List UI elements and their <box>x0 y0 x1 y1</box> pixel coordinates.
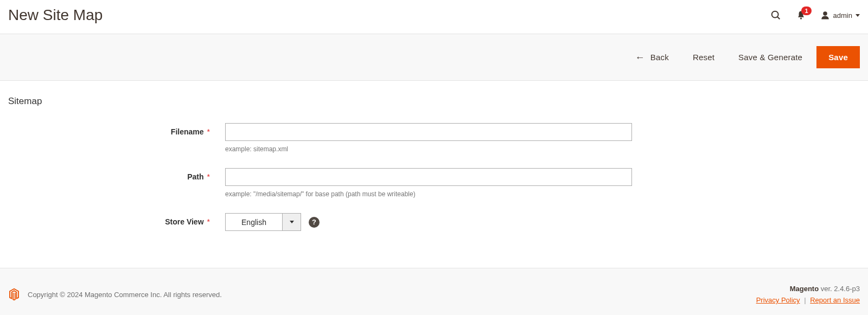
store-view-select[interactable]: English <box>225 213 301 231</box>
svg-point-3 <box>823 11 827 16</box>
footer: Copyright © 2024 Magento Commerce Inc. A… <box>0 268 868 315</box>
user-name: admin <box>833 11 852 20</box>
store-view-label: Store View* <box>8 213 225 226</box>
arrow-left-icon: ← <box>635 53 645 62</box>
page-header: New Site Map 1 <box>0 0 868 34</box>
user-menu[interactable]: admin <box>820 10 860 20</box>
back-button[interactable]: ← Back <box>626 47 679 68</box>
path-label: Path* <box>8 168 225 181</box>
search-icon[interactable] <box>770 9 782 21</box>
required-mark: * <box>207 172 210 181</box>
svg-point-0 <box>771 11 778 18</box>
footer-version: ver. 2.4.6-p3 <box>819 285 860 293</box>
path-input[interactable] <box>225 168 632 186</box>
action-bar: ← Back Reset Save & Generate Save <box>0 34 868 81</box>
chevron-down-icon <box>856 14 860 17</box>
footer-brand: Magento <box>790 285 819 293</box>
store-view-value: English <box>226 214 282 230</box>
required-mark: * <box>207 217 210 226</box>
chevron-down-icon <box>290 221 294 223</box>
filename-input[interactable] <box>225 123 632 141</box>
path-row: Path* example: "/media/sitemap/" for bas… <box>8 168 860 198</box>
report-issue-link[interactable]: Report an Issue <box>810 296 860 304</box>
store-view-row: Store View* English ? <box>8 213 860 231</box>
section-title: Sitemap <box>8 96 860 107</box>
sitemap-section: Sitemap Filename* example: sitemap.xml P… <box>0 81 868 268</box>
header-actions: 1 admin <box>770 9 860 21</box>
store-view-toggle[interactable] <box>282 214 301 230</box>
copyright-text: Copyright © 2024 Magento Commerce Inc. A… <box>28 291 222 299</box>
help-icon[interactable]: ? <box>309 217 320 228</box>
privacy-policy-link[interactable]: Privacy Policy <box>756 296 800 304</box>
required-mark: * <box>207 127 210 136</box>
save-generate-button[interactable]: Save & Generate <box>729 47 812 67</box>
back-label: Back <box>650 53 669 62</box>
filename-label: Filename* <box>8 123 225 136</box>
notifications-badge: 1 <box>801 7 811 15</box>
filename-note: example: sitemap.xml <box>225 145 632 153</box>
path-note: example: "/media/sitemap/" for base path… <box>225 190 632 198</box>
svg-point-2 <box>800 17 801 19</box>
page-title: New Site Map <box>8 7 103 24</box>
svg-line-1 <box>777 17 780 19</box>
filename-row: Filename* example: sitemap.xml <box>8 123 860 153</box>
notifications-button[interactable]: 1 <box>796 10 806 21</box>
magento-logo-icon <box>8 288 20 301</box>
reset-button[interactable]: Reset <box>683 47 724 67</box>
user-icon <box>820 10 830 20</box>
save-button[interactable]: Save <box>816 46 860 68</box>
